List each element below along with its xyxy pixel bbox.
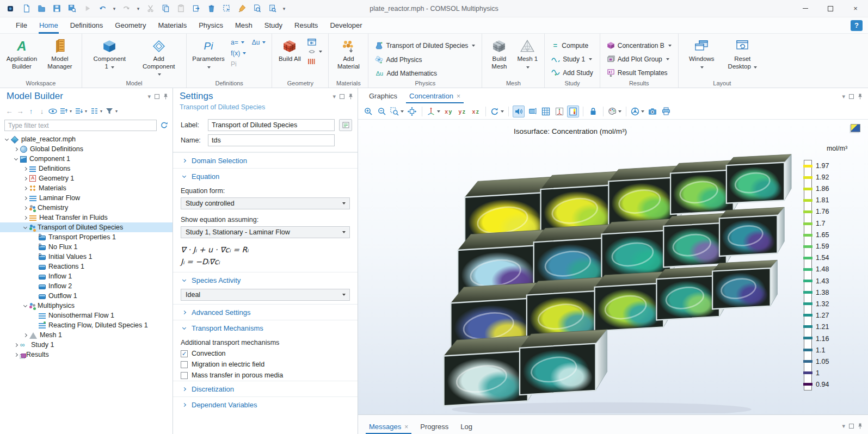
move-up-button[interactable]: ↑ bbox=[26, 106, 36, 116]
section-header[interactable]: Dependent Variables bbox=[173, 396, 358, 412]
copy-button[interactable] bbox=[159, 2, 172, 15]
default-view-button[interactable] bbox=[426, 106, 441, 117]
name-input[interactable] bbox=[208, 134, 335, 146]
add-mathematics-button[interactable]: ΔuAdd Mathematics bbox=[373, 69, 477, 78]
mesh-1-button[interactable]: Mesh 1 bbox=[515, 37, 540, 72]
image-settings-button[interactable] bbox=[607, 106, 622, 117]
close-tab-icon[interactable]: × bbox=[404, 423, 408, 431]
tree-item[interactable]: Transport Properties 1 bbox=[0, 232, 173, 242]
tree-item[interactable]: Laminar Flow bbox=[0, 193, 173, 203]
panel-menu-caret[interactable]: ▾ bbox=[842, 93, 845, 100]
menu-physics[interactable]: Physics bbox=[193, 17, 229, 34]
add-plot-group-button[interactable]: Add Plot Group bbox=[605, 54, 674, 64]
back-button[interactable]: ← bbox=[4, 106, 14, 116]
tree-item[interactable]: Reacting Flow, Diluted Species 1 bbox=[0, 320, 173, 330]
float-panel-icon[interactable] bbox=[849, 94, 854, 99]
graphics-tab-graphics[interactable]: Graphics bbox=[364, 90, 403, 103]
compute-button[interactable]: =Compute bbox=[549, 40, 595, 51]
import-geometry-button[interactable] bbox=[306, 38, 324, 46]
redo-button[interactable] bbox=[120, 2, 133, 15]
bottom-tab-messages[interactable]: Messages× bbox=[364, 420, 414, 434]
view-xz-button[interactable]: xz bbox=[470, 106, 482, 117]
build-mesh-button[interactable]: Build Mesh bbox=[487, 37, 512, 72]
tree-expander[interactable] bbox=[13, 148, 19, 151]
section-header[interactable]: Transport Mechanisms bbox=[173, 320, 358, 336]
help-button[interactable]: ? bbox=[851, 20, 863, 31]
tree-expander[interactable] bbox=[22, 227, 28, 228]
add-component-button[interactable]: Add Component bbox=[141, 37, 176, 79]
float-panel-icon[interactable] bbox=[340, 94, 344, 99]
paste-button[interactable] bbox=[174, 2, 187, 15]
scene-light-toggle[interactable] bbox=[526, 106, 538, 117]
view-xy-button[interactable]: xy bbox=[442, 106, 454, 117]
tree-expander[interactable] bbox=[22, 305, 28, 307]
view-yz-button[interactable]: yz bbox=[456, 106, 468, 117]
section-header[interactable]: Domain Selection bbox=[173, 152, 358, 168]
tree-item[interactable]: Reactions 1 bbox=[0, 262, 173, 271]
tree-expander[interactable] bbox=[22, 197, 28, 200]
node-label-caret[interactable]: ▾ bbox=[100, 109, 102, 114]
filter-caret[interactable]: ▾ bbox=[115, 109, 118, 114]
plot-thumbnail-button[interactable] bbox=[851, 124, 860, 132]
tree-expander[interactable] bbox=[22, 177, 28, 180]
lock-view-button[interactable] bbox=[587, 106, 599, 117]
select-box-button[interactable] bbox=[220, 2, 233, 15]
collapse-all-button[interactable] bbox=[74, 106, 84, 116]
tree-expander[interactable] bbox=[22, 216, 28, 219]
checkbox-box[interactable] bbox=[181, 361, 188, 368]
panel-menu-caret[interactable]: ▾ bbox=[842, 423, 845, 430]
tree-item[interactable]: Geometry 1 bbox=[0, 173, 173, 183]
tree-expander[interactable] bbox=[22, 334, 28, 337]
close-tab-icon[interactable]: × bbox=[457, 92, 460, 100]
tree-item[interactable]: Transport of Diluted Species bbox=[0, 222, 173, 232]
menu-definitions[interactable]: Definitions bbox=[64, 17, 109, 34]
tree-item[interactable]: Inflow 2 bbox=[0, 281, 173, 291]
tree-item[interactable]: Results bbox=[0, 350, 173, 359]
run-button[interactable] bbox=[81, 2, 94, 15]
minimize-button[interactable] bbox=[793, 0, 818, 17]
build-all-button[interactable]: Build All bbox=[276, 37, 303, 65]
float-panel-icon[interactable] bbox=[849, 424, 854, 429]
tree-item[interactable]: Outflow 1 bbox=[0, 291, 173, 301]
zoom-in-button[interactable] bbox=[362, 106, 374, 117]
tree-item[interactable]: Initial Values 1 bbox=[0, 252, 173, 262]
result-templates-button[interactable]: Result Templates bbox=[605, 68, 674, 78]
tree-item[interactable]: Global Definitions bbox=[0, 144, 173, 154]
refresh-icon[interactable] bbox=[160, 121, 168, 129]
windows-button[interactable]: Windows bbox=[684, 37, 719, 72]
section-header[interactable]: Species Activity bbox=[173, 272, 358, 288]
float-panel-icon[interactable] bbox=[155, 94, 159, 99]
transparency-toggle[interactable] bbox=[513, 106, 525, 117]
tree-item[interactable]: plate_reactor.mph bbox=[0, 134, 173, 144]
save-button[interactable] bbox=[50, 2, 63, 15]
zoom-box-button[interactable] bbox=[390, 106, 404, 117]
physics-interface-dropdown[interactable]: Transport of Diluted Species bbox=[373, 40, 477, 51]
study-1-dropdown[interactable]: Study 1 bbox=[549, 54, 595, 64]
checkbox-migration-in-electric-field[interactable]: Migration in electric field bbox=[173, 359, 358, 370]
save-as-button[interactable] bbox=[65, 2, 78, 15]
menu-study[interactable]: Study bbox=[258, 17, 288, 34]
app-menu-button[interactable] bbox=[4, 2, 17, 15]
menu-geometry[interactable]: Geometry bbox=[109, 17, 152, 34]
move-down-button[interactable]: ↓ bbox=[37, 106, 47, 116]
parameter-case-button[interactable]: Pi bbox=[229, 60, 267, 69]
qat-more-caret[interactable]: ▾ bbox=[281, 6, 287, 11]
tree-expander[interactable] bbox=[22, 207, 28, 209]
section-header[interactable]: Equation bbox=[173, 168, 358, 184]
undo-caret[interactable]: ▾ bbox=[111, 6, 118, 11]
menu-developer[interactable]: Developer bbox=[324, 17, 368, 34]
highlight-brush-button[interactable] bbox=[235, 2, 248, 15]
tree-expander[interactable] bbox=[13, 158, 19, 160]
tree-expander[interactable] bbox=[22, 187, 28, 190]
update-geometry-button[interactable] bbox=[306, 48, 324, 55]
duplicate-button[interactable] bbox=[189, 2, 202, 15]
tree-expander[interactable] bbox=[13, 354, 19, 356]
snapshot-button[interactable] bbox=[647, 106, 658, 117]
plot-group-dropdown[interactable]: Concentration B bbox=[605, 40, 674, 51]
tree-item[interactable]: Definitions bbox=[0, 164, 173, 173]
tree-item[interactable]: Mesh 1 bbox=[0, 330, 173, 340]
open-button[interactable] bbox=[35, 2, 48, 15]
panel-menu-caret[interactable]: ▾ bbox=[333, 93, 336, 100]
plot-area[interactable]: Isosurface: Concentration (mol/m³) mol/m… bbox=[358, 120, 868, 414]
undo-button[interactable] bbox=[96, 2, 109, 15]
